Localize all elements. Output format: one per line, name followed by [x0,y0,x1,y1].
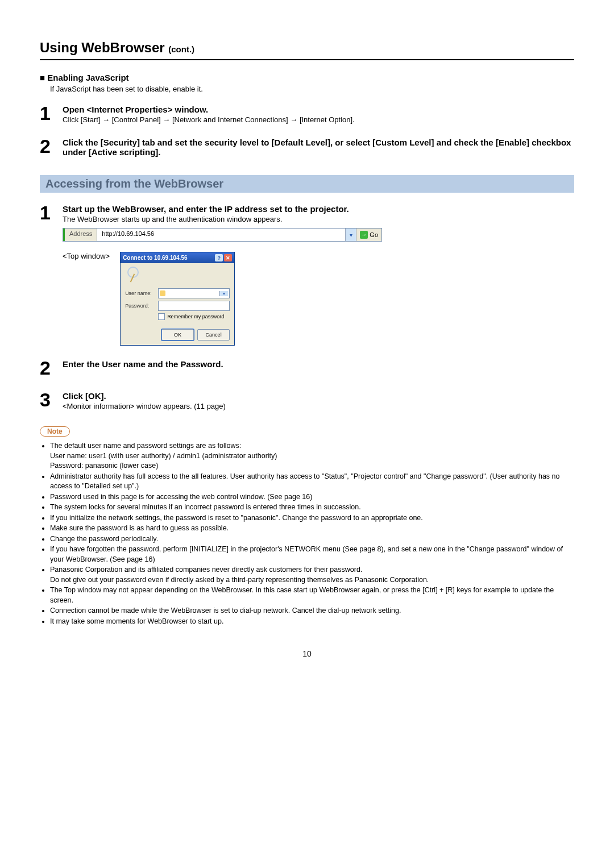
note-item: Change the password periodically. [50,534,574,545]
note-item: If you initialize the network settings, … [50,513,574,524]
title-cont: (cont.) [168,44,194,54]
step-sub: The WebBrowser starts up and the authent… [63,215,574,223]
note-text: Password used in this page is for access… [50,493,312,501]
enable-step-1: 1 Open <Internet Properties> window. Cli… [40,103,574,124]
step-number: 1 [40,103,63,124]
enabling-js-heading: Enabling JavaScript [40,73,574,82]
enabling-js-desc: If JavaScript has been set to disable, e… [50,85,574,93]
go-arrow-icon: → [360,231,368,239]
note-item: Connection cannot be made while the WebB… [50,606,574,616]
note-item: The system locks for several minutes if … [50,502,574,513]
access-banner: Accessing from the WebBrowser [40,175,574,193]
note-text: The default user name and password setti… [50,442,277,470]
note-item: It may take some moments for WebBrowser … [50,617,574,627]
close-icon[interactable]: ✕ [224,254,232,261]
remember-label: Remember my password [167,314,224,319]
note-item: If you have forgotten the password, perf… [50,545,574,564]
note-item: The Top window may not appear depending … [50,585,574,605]
step-title: Click [OK]. [63,391,574,401]
step-number: 1 [40,203,63,346]
auth-dialog: Connect to 10.69.104.56 ? ✕ User name: [120,252,235,346]
step-title: Start up the WebBrowser, and enter the I… [63,204,574,214]
notes-list: The default user name and password setti… [40,441,574,626]
page-number: 10 [40,649,574,658]
access-step-2: 2 Enter the User name and the Password. [40,358,574,377]
step-title: Click the [Security] tab and set the sec… [63,138,574,157]
note-item: Password used in this page is for access… [50,492,574,502]
access-step-3: 3 Click [OK]. <Monitor information> wind… [40,390,574,410]
top-window-label: <Top window> [63,252,110,260]
step-number: 3 [40,390,63,410]
address-label: Address [63,229,97,241]
note-text: The Top window may not appear depending … [50,586,554,604]
note-item: Administrator authority has full access … [50,472,574,492]
address-bar: Address http://10.69.104.56 ▾ → Go [63,228,382,242]
password-input[interactable] [158,301,230,311]
step-title: Open <Internet Properties> window. [63,105,574,114]
note-text: Panasonic Corporation and its affiliated… [50,566,429,584]
checkbox-icon [158,313,165,320]
dialog-title-text: Connect to 10.69.104.56 [123,255,187,261]
note-text: If you have forgotten the password, perf… [50,545,563,563]
step-number: 2 [40,136,63,158]
note-text: If you initialize the network settings, … [50,514,423,522]
step-sub: <Monitor information> window appears. (1… [63,402,574,410]
address-url-input[interactable]: http://10.69.104.56 [97,229,345,241]
keyring-icon [125,267,141,283]
step-title: Enter the User name and the Password. [63,359,574,369]
remember-checkbox[interactable]: Remember my password [158,313,230,320]
chevron-down-icon[interactable]: ▾ [219,291,228,296]
note-item: Make sure the password is as hard to gue… [50,524,574,534]
title-main: Using WebBrowser [40,40,165,55]
note-text: Connection cannot be made while the WebB… [50,607,401,614]
note-item: Panasonic Corporation and its affiliated… [50,565,574,585]
dialog-titlebar: Connect to 10.69.104.56 ? ✕ [121,252,234,263]
cancel-button[interactable]: Cancel [197,329,230,340]
note-label: Note [40,426,70,437]
go-label: Go [370,231,378,238]
password-label: Password: [125,303,158,309]
step-number: 2 [40,358,63,377]
ok-button[interactable]: OK [161,329,194,340]
note-text: Change the password periodically. [50,535,158,543]
help-icon[interactable]: ? [215,254,223,261]
enable-step-2: 2 Click the [Security] tab and set the s… [40,136,574,158]
note-text: Make sure the password is as hard to gue… [50,524,229,532]
note-text: The system locks for several minutes if … [50,503,361,511]
user-icon [160,290,165,296]
note-text: Administrator authority has full access … [50,472,560,491]
access-step-1: 1 Start up the WebBrowser, and enter the… [40,203,574,346]
step-sub: Click [Start] → [Control Panel] → [Netwo… [63,115,574,124]
note-text: It may take some moments for WebBrowser … [50,617,223,625]
username-input[interactable]: ▾ [158,288,230,298]
page-title: Using WebBrowser (cont.) [40,40,574,60]
note-item: The default user name and password setti… [50,441,574,471]
username-label: User name: [125,290,158,296]
address-dropdown-button[interactable]: ▾ [345,229,356,241]
address-go-button[interactable]: → Go [356,229,381,241]
dialog-icon-row [121,263,234,286]
